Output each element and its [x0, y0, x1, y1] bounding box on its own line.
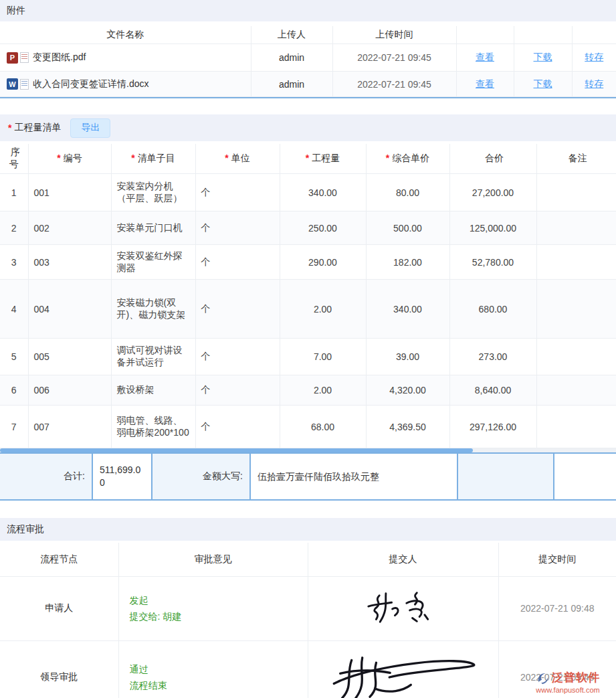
col-total: 合价	[449, 144, 536, 174]
amount-in-words-label: 金额大写:	[152, 454, 251, 499]
col-price: *综合单价	[366, 144, 449, 174]
col-no: 序号	[0, 144, 28, 174]
cell-remark	[536, 211, 616, 245]
col-submitter: 提交人	[308, 543, 498, 576]
cell-remark	[536, 339, 616, 375]
cell-qty: 68.00	[280, 406, 366, 448]
transfer-link[interactable]: 转存	[585, 78, 603, 89]
approval-header-row: 流程节点 审批意见 提交人 提交时间	[0, 543, 616, 576]
col-action-3	[572, 26, 616, 44]
attachments-header-row: 文件名称 上传人 上传时间	[0, 26, 616, 44]
hu-jian-signature	[308, 640, 498, 698]
col-qty: *工程量	[280, 144, 366, 174]
cell-no: 6	[0, 375, 28, 406]
col-remark: 备注	[536, 144, 616, 174]
cell-item: 安装磁力锁(双开)、磁力锁支架	[111, 280, 195, 339]
boq-row: 3 003 安装双鉴红外探测器 个 290.00 182.00 52,780.0…	[0, 245, 616, 280]
cell-code: 007	[28, 406, 111, 448]
cell-price: 4,320.00	[366, 375, 449, 406]
cell-remark	[536, 245, 616, 280]
view-link[interactable]: 查看	[476, 52, 494, 62]
boq-header-row: 序号 *编号 *清单子目 *单位 *工程量 *综合单价 合价 备注	[0, 144, 616, 174]
opinion-line: 提交给: 胡建	[130, 608, 302, 624]
boq-row: 5 005 调试可视对讲设备并试运行 个 7.00 39.00 273.00	[0, 339, 616, 375]
boq-row: 4 004 安装磁力锁(双开)、磁力锁支架 个 2.00 340.00 680.…	[0, 280, 616, 339]
cell-code: 004	[28, 280, 111, 339]
attachment-row: P 变更图纸.pdf admin 2022-07-21 09:45 查看 下载 …	[0, 44, 616, 72]
cell-code: 002	[28, 211, 111, 245]
cell-qty: 250.00	[280, 211, 366, 245]
cell-code: 001	[28, 174, 111, 211]
totals-empty-cell	[554, 454, 616, 499]
cell-code: 006	[28, 375, 111, 406]
totals-empty-cell	[458, 454, 554, 499]
transfer-link[interactable]: 转存	[585, 52, 603, 62]
cell-remark	[536, 280, 616, 339]
cell-qty: 2.00	[280, 375, 366, 406]
pdf-file-icon: P	[7, 52, 18, 64]
col-file-name: 文件名称	[0, 26, 251, 44]
vendor-watermark: 泛普软件 www.fanpusoft.com	[521, 670, 615, 694]
cell-total: 297,126.00	[449, 406, 536, 448]
uploader: admin	[251, 44, 332, 72]
opinion-line: 发起	[130, 592, 302, 608]
cell-no: 4	[0, 280, 28, 339]
boq-totals-row: 合计: 511,699.00 金额大写: 伍拾壹万壹仟陆佰玖拾玖元整	[0, 452, 616, 501]
pdf-page-icon	[20, 52, 29, 63]
cell-item: 安装单元门口机	[111, 211, 195, 245]
col-action-1	[456, 26, 514, 44]
uploader: admin	[251, 72, 332, 97]
horizontal-scrollbar	[0, 448, 616, 452]
col-submit-time: 提交时间	[498, 543, 616, 576]
boq-row: 6 006 敷设桥架 个 2.00 4,320.00 8,640.00	[0, 375, 616, 406]
cell-qty: 340.00	[280, 174, 366, 211]
cell-total: 125,000.00	[449, 211, 536, 245]
required-marker: *	[8, 122, 11, 133]
col-unit: *单位	[195, 144, 280, 174]
cell-price: 4,369.50	[366, 406, 449, 448]
cell-item: 敷设桥架	[111, 375, 195, 406]
watermark-brand: 泛普软件	[552, 670, 600, 685]
cell-unit: 个	[195, 280, 280, 339]
download-link[interactable]: 下载	[534, 78, 552, 89]
cell-price: 500.00	[366, 211, 449, 245]
flow-node: 领导审批	[0, 640, 118, 698]
fanpu-logo-icon	[536, 671, 550, 685]
attachments-table: 文件名称 上传人 上传时间 P 变更图纸.pdf admin 2022-07-2…	[0, 26, 616, 98]
cell-remark	[536, 375, 616, 406]
cell-qty: 2.00	[280, 280, 366, 339]
total-value: 511,699.00	[93, 454, 152, 499]
cell-unit: 个	[195, 339, 280, 375]
scrollbar-thumb[interactable]	[0, 448, 473, 452]
approval-row: 申请人 发起 提交给: 胡建 2022-07-21 09:48	[0, 576, 616, 640]
cell-price: 39.00	[366, 339, 449, 375]
amount-in-words-value: 伍拾壹万壹仟陆佰玖拾玖元整	[251, 454, 458, 499]
view-link[interactable]: 查看	[476, 78, 494, 89]
export-button[interactable]: 导出	[70, 118, 110, 138]
attachments-title: 附件	[7, 5, 25, 17]
cell-total: 680.00	[449, 280, 536, 339]
cell-price: 80.00	[366, 174, 449, 211]
cell-item: 弱电管、线路、弱电桥架200*100	[111, 406, 195, 448]
cell-total: 273.00	[449, 339, 536, 375]
cell-item: 安装室内分机（平层、跃层）	[111, 174, 195, 211]
cell-no: 5	[0, 339, 28, 375]
file-name: 变更图纸.pdf	[33, 52, 86, 64]
cell-total: 8,640.00	[449, 375, 536, 406]
cell-unit: 个	[195, 406, 280, 448]
cell-unit: 个	[195, 375, 280, 406]
boq-row: 1 001 安装室内分机（平层、跃层） 个 340.00 80.00 27,20…	[0, 174, 616, 211]
upload-time: 2022-07-21 09:45	[332, 44, 456, 72]
cell-no: 2	[0, 211, 28, 245]
word-page-icon	[20, 79, 29, 90]
cell-qty: 7.00	[280, 339, 366, 375]
zhang-xin-signature	[308, 576, 498, 640]
boq-section-bar: * 工程量清单 导出	[0, 114, 616, 141]
download-link[interactable]: 下载	[534, 52, 552, 62]
col-item: *清单子目	[111, 144, 195, 174]
cell-item: 调试可视对讲设备并试运行	[111, 339, 195, 375]
cell-no: 7	[0, 406, 28, 448]
flow-node: 申请人	[0, 576, 118, 640]
cell-code: 005	[28, 339, 111, 375]
opinion-line: 通过	[130, 661, 302, 677]
